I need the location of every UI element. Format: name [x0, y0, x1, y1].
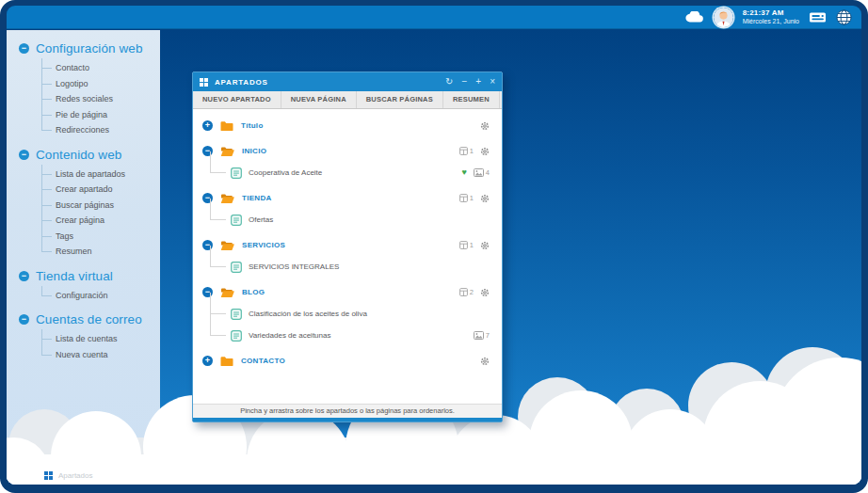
window-controls: ↻ − + ×: [445, 77, 495, 87]
taskbar-item-apartados[interactable]: Apartados: [44, 471, 92, 480]
sidebar-section-contenido-web: − Contenido web Lista de apartados Crear…: [7, 148, 160, 260]
tree-section-tienda[interactable]: − TIENDA 1: [193, 187, 502, 209]
maximize-icon[interactable]: +: [475, 77, 481, 87]
collapse-bullet-icon[interactable]: −: [19, 150, 29, 160]
close-icon[interactable]: ×: [490, 77, 495, 87]
sidebar-item-tienda-virtual[interactable]: − Tienda virtual: [7, 269, 160, 283]
tab-buscar-paginas[interactable]: BUSCAR PÁGINAS: [357, 91, 443, 108]
window-tabbar: NUEVO APARTADO NUEVA PÁGINA BUSCAR PÁGIN…: [193, 91, 502, 109]
window-titlebar[interactable]: APARTADOS ↻ − + ×: [193, 72, 502, 91]
top-bar: 8:21:37 AM Miércoles 21, Junio: [7, 6, 861, 29]
sidebar-item-configuracion-web[interactable]: − Configuración web: [7, 41, 160, 56]
image-count-badge: 7: [474, 331, 490, 340]
apartados-grid-icon: [44, 471, 53, 480]
sidebar-item-tags[interactable]: Tags: [41, 229, 160, 245]
window-title: APARTADOS: [215, 78, 268, 87]
sidebar-sublist: Contacto Logotipo Redes sociales Pie de …: [41, 60, 160, 138]
section-label[interactable]: SERVICIOS: [242, 241, 285, 249]
refresh-icon[interactable]: ↻: [445, 77, 453, 87]
tree-section-contacto[interactable]: + CONTACTO: [193, 350, 502, 372]
taskbar-item-label: Apartados: [58, 471, 92, 480]
tree-section-inicio[interactable]: − INICIO 1: [193, 140, 502, 162]
minimize-icon[interactable]: −: [461, 77, 467, 87]
tree-page-ofertas[interactable]: Ofertas: [193, 209, 502, 231]
section-label[interactable]: TIENDA: [242, 194, 272, 202]
tab-nuevo-apartado[interactable]: NUEVO APARTADO: [193, 91, 281, 108]
window-bottom-bar: [193, 418, 502, 421]
clock-time: 8:21:37 AM: [743, 8, 799, 18]
gear-icon[interactable]: [480, 147, 490, 156]
sidebar-item-logotipo[interactable]: Logotipo: [41, 76, 160, 92]
pages-icon: [459, 241, 468, 249]
apartados-grid-icon: [200, 78, 208, 87]
folder-closed-icon: [220, 356, 233, 367]
page-icon: [231, 309, 242, 320]
sidebar-section-label[interactable]: Tienda virtual: [36, 269, 113, 283]
favorite-heart-icon[interactable]: ♥: [461, 168, 466, 177]
page-count-badge: 1: [459, 147, 474, 155]
page-label[interactable]: Clasificación de los aceites de oliva: [249, 310, 367, 318]
gear-icon[interactable]: [480, 288, 490, 297]
sidebar-item-crear-apartado[interactable]: Crear apartado: [41, 182, 160, 198]
tree-page-servicios-integrales[interactable]: SERVICIOS INTEGRALES: [193, 256, 502, 278]
sidebar-item-buscar-paginas[interactable]: Buscar páginas: [41, 198, 160, 214]
tab-resumen[interactable]: RESUMEN: [443, 91, 500, 108]
sidebar-sublist: Configuración: [41, 288, 160, 304]
screen: 8:21:37 AM Miércoles 21, Junio: [0, 0, 868, 493]
store-device-icon[interactable]: [809, 10, 827, 24]
gear-icon[interactable]: [480, 194, 490, 203]
page-icon: [231, 215, 242, 226]
sidebar-item-lista-de-apartados[interactable]: Lista de apartados: [41, 167, 160, 183]
sidebar-section-label[interactable]: Cuentas de correo: [36, 312, 142, 326]
pages-icon: [459, 288, 468, 296]
sidebar-item-pie-de-pagina[interactable]: Pie de página: [41, 107, 160, 123]
expand-icon[interactable]: +: [202, 120, 213, 131]
sidebar-item-configuracion[interactable]: Configuración: [41, 288, 160, 304]
pages-icon: [459, 147, 468, 155]
section-label[interactable]: Título: [241, 121, 264, 130]
gear-icon[interactable]: [480, 357, 490, 366]
clock-date: Miércoles 21, Junio: [743, 18, 799, 26]
section-label[interactable]: CONTACTO: [241, 357, 285, 365]
image-count-badge: 4: [474, 168, 490, 177]
tab-nueva-pagina[interactable]: NUEVA PÁGINA: [281, 91, 357, 108]
sidebar-item-cuentas-de-correo[interactable]: − Cuentas de correo: [7, 312, 160, 326]
window-footer-hint: Pincha y arrastra sobre los apartados o …: [193, 404, 502, 418]
globe-icon[interactable]: [836, 9, 852, 25]
pages-icon: [459, 194, 468, 202]
cloud-icon[interactable]: [685, 11, 704, 23]
expand-icon[interactable]: +: [202, 356, 213, 366]
page-count-badge: 2: [459, 288, 474, 296]
collapse-bullet-icon[interactable]: −: [19, 43, 29, 54]
gear-icon[interactable]: [480, 121, 490, 131]
clock: 8:21:37 AM Miércoles 21, Junio: [743, 8, 799, 26]
tree-section-blog[interactable]: − BLOG 2: [193, 281, 502, 303]
page-icon: [231, 262, 242, 273]
sidebar-section-label[interactable]: Contenido web: [36, 148, 121, 162]
user-avatar[interactable]: [714, 8, 733, 27]
page-label[interactable]: SERVICIOS INTEGRALES: [249, 262, 339, 271]
sidebar-item-contenido-web[interactable]: − Contenido web: [7, 148, 160, 162]
tree-page-clasificacion-aceites[interactable]: Clasificación de los aceites de oliva: [193, 303, 502, 325]
sidebar-item-redes-sociales[interactable]: Redes sociales: [41, 91, 160, 107]
page-label[interactable]: Variedades de aceitunas: [249, 331, 330, 340]
sidebar-item-redirecciones[interactable]: Redirecciones: [41, 122, 160, 138]
page-icon: [231, 167, 242, 179]
page-label[interactable]: Ofertas: [249, 215, 273, 224]
tree-section-servicios[interactable]: − SERVICIOS 1: [193, 234, 502, 256]
page-label[interactable]: Cooperativa de Aceite: [249, 168, 322, 177]
sidebar-sublist: Lista de apartados Crear apartado Buscar…: [41, 167, 160, 260]
section-label[interactable]: BLOG: [242, 288, 265, 296]
tree-section-titulo[interactable]: + Título: [193, 115, 502, 136]
sidebar-item-contacto[interactable]: Contacto: [41, 60, 160, 76]
gear-icon[interactable]: [480, 241, 490, 250]
collapse-bullet-icon[interactable]: −: [19, 314, 29, 325]
sidebar-section-label[interactable]: Configuración web: [36, 41, 143, 56]
tree-page-cooperativa-de-aceite[interactable]: Cooperativa de Aceite ♥ 4: [193, 162, 502, 183]
section-label[interactable]: INICIO: [242, 147, 266, 155]
sidebar-item-resumen[interactable]: Resumen: [41, 244, 160, 260]
collapse-bullet-icon[interactable]: −: [19, 271, 29, 281]
desktop: 8:21:37 AM Miércoles 21, Junio: [7, 6, 861, 485]
tree-page-variedades-aceitunas[interactable]: Variedades de aceitunas 7: [193, 325, 502, 346]
sidebar-item-crear-pagina[interactable]: Crear página: [41, 213, 160, 229]
